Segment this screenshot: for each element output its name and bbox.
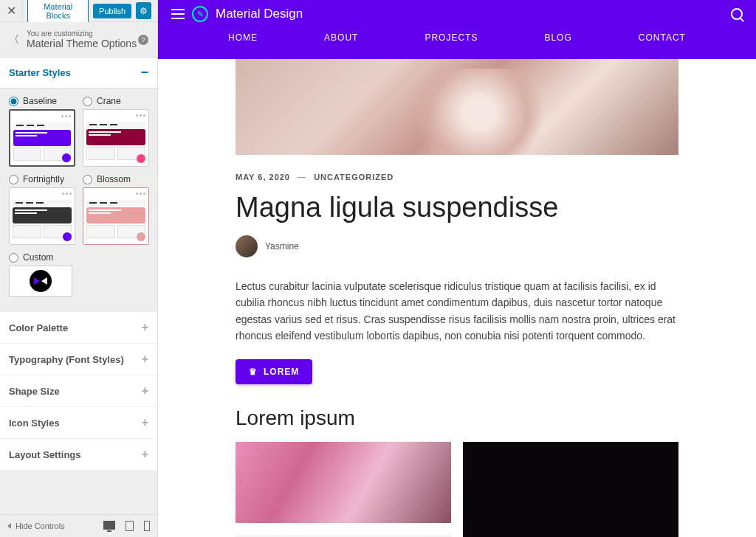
style-option-custom[interactable]: Custom xyxy=(9,252,148,263)
hamburger-icon[interactable] xyxy=(171,9,185,19)
help-icon[interactable]: ? xyxy=(138,35,148,45)
post-date: MAY 6, 2020 xyxy=(236,173,290,181)
material-blocks-button[interactable]: Material Blocks xyxy=(27,0,89,24)
expand-icon: + xyxy=(142,353,148,366)
starter-styles-header[interactable]: Starter Styles − xyxy=(0,58,157,89)
site-nav: HOME ABOUT PROJECTS BLOG CONTACT xyxy=(158,28,756,47)
post-author: Yasmine xyxy=(236,235,678,257)
crown-icon: ♛ xyxy=(249,367,258,377)
post-meta: MAY 6, 2020 — UNCATEGORIZED xyxy=(236,173,678,181)
panel-title: Material Theme Options xyxy=(27,38,138,49)
tablet-view-icon[interactable] xyxy=(126,521,134,531)
radio-blossom[interactable] xyxy=(83,175,92,184)
post-body: Lectus curabitur lacinia vulputate scele… xyxy=(236,278,678,344)
customizer-sidebar: ✕ Material Blocks Publish ⚙ 〈 You are cu… xyxy=(0,0,158,537)
preview-baseline[interactable] xyxy=(9,109,75,167)
expand-icon: + xyxy=(142,416,148,429)
desktop-view-icon[interactable] xyxy=(103,521,115,530)
style-option-fortnightly[interactable]: Fortnightly xyxy=(9,174,75,184)
sidebar-header: 〈 You are customizing Material Theme Opt… xyxy=(0,22,157,58)
publish-button[interactable]: Publish xyxy=(93,4,131,18)
post-content: MAY 6, 2020 — UNCATEGORIZED Magna ligula… xyxy=(236,155,678,537)
preview-fortnightly[interactable] xyxy=(9,187,75,245)
back-button[interactable]: 〈 xyxy=(9,33,27,46)
preview-custom[interactable] xyxy=(9,266,72,297)
section-heading: Lorem ipsum xyxy=(236,406,678,430)
edit-shortcut-icon[interactable]: ✎ xyxy=(192,6,208,22)
style-option-blossom[interactable]: Blossom xyxy=(83,174,149,184)
search-icon[interactable] xyxy=(731,8,743,20)
expand-icon: + xyxy=(142,448,148,461)
site-title: Material Design xyxy=(216,7,303,21)
panel-color-palette[interactable]: Color Palette+ xyxy=(0,311,157,343)
custom-logo-icon xyxy=(30,270,52,292)
collapse-icon: − xyxy=(140,65,148,80)
expand-icon: + xyxy=(142,321,148,334)
nav-about[interactable]: ABOUT xyxy=(324,32,358,43)
style-option-baseline[interactable]: Baseline xyxy=(9,96,75,106)
hide-controls-button[interactable]: Hide Controls xyxy=(7,522,65,530)
panel-shape-size[interactable]: Shape Size+ xyxy=(0,375,157,406)
close-button[interactable]: ✕ xyxy=(0,0,23,21)
post-title: Magna ligula suspendisse xyxy=(236,192,678,224)
radio-crane[interactable] xyxy=(83,97,92,106)
lorem-button[interactable]: ♛ LOREM xyxy=(236,359,312,384)
radio-fortnightly[interactable] xyxy=(9,175,18,184)
sidebar-topbar: ✕ Material Blocks Publish ⚙ xyxy=(0,0,157,22)
gear-icon[interactable]: ⚙ xyxy=(136,2,151,19)
sidebar-footer: Hide Controls xyxy=(0,514,157,537)
nav-projects[interactable]: PROJECTS xyxy=(425,32,478,43)
collapse-arrow-icon xyxy=(7,523,11,529)
radio-custom[interactable] xyxy=(9,253,18,263)
post-category[interactable]: UNCATEGORIZED xyxy=(314,173,394,181)
author-name[interactable]: Yasmine xyxy=(265,241,299,252)
style-option-crane[interactable]: Crane xyxy=(83,96,149,106)
author-avatar xyxy=(236,235,258,257)
gallery-image-2 xyxy=(463,442,678,537)
nav-home[interactable]: HOME xyxy=(228,32,258,43)
phone-view-icon[interactable] xyxy=(144,521,150,531)
starter-styles-grid: Baseline Crane xyxy=(0,89,157,311)
panel-icon-styles[interactable]: Icon Styles+ xyxy=(0,406,157,438)
starter-styles-title: Starter Styles xyxy=(9,67,71,78)
image-gallery xyxy=(236,442,678,537)
nav-contact[interactable]: CONTACT xyxy=(639,32,686,43)
panel-layout-settings[interactable]: Layout Settings+ xyxy=(0,438,157,470)
expand-icon: + xyxy=(142,384,148,398)
panel-typography[interactable]: Typography (Font Styles)+ xyxy=(0,343,157,375)
nav-blog[interactable]: BLOG xyxy=(544,32,571,43)
gallery-image-3 xyxy=(236,535,451,537)
site-header: ✎ Material Design HOME ABOUT PROJECTS BL… xyxy=(158,0,756,59)
customizing-label: You are customizing xyxy=(27,30,138,38)
preview-blossom[interactable] xyxy=(83,187,149,245)
preview-crane[interactable] xyxy=(83,109,149,167)
hero-image xyxy=(236,59,678,155)
gallery-image-1 xyxy=(236,442,451,523)
radio-baseline[interactable] xyxy=(9,97,18,106)
site-preview: ✎ Material Design HOME ABOUT PROJECTS BL… xyxy=(158,0,756,537)
